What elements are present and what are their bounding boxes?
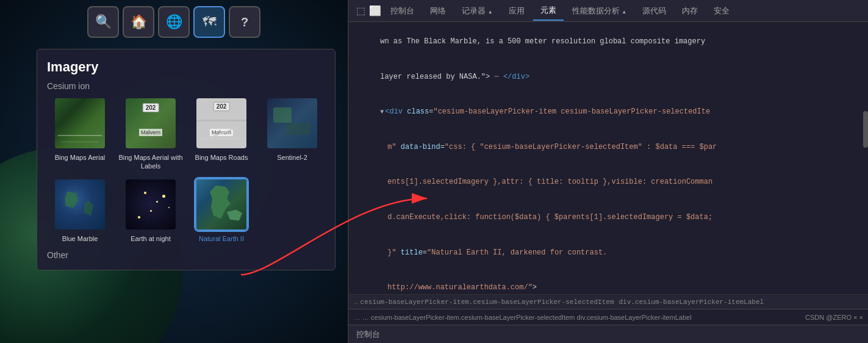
city-light-1 xyxy=(144,192,146,194)
sentinel-label: Sentinel-2 xyxy=(277,153,307,162)
tab-network[interactable]: 网络 xyxy=(423,2,453,20)
bing-aerial-bg xyxy=(55,98,105,148)
toolbar: 🔍 🏠 🌐 🗺 ? xyxy=(87,6,260,38)
device-toggle-button[interactable]: ⬜ xyxy=(368,4,382,18)
bing-roads-bg: 202 Malvern xyxy=(196,98,246,148)
console-tab-label[interactable]: 控制台 xyxy=(356,329,380,340)
tab-performance[interactable]: 性能数据分析 ▲ xyxy=(565,2,634,20)
imagery-thumb-natural-earth xyxy=(195,178,248,231)
devtools-code-area[interactable]: wn as The Black Marble, is a 500 meter r… xyxy=(349,22,868,294)
natural-earth-bg xyxy=(196,179,246,229)
search-button[interactable]: 🔍 xyxy=(87,6,119,38)
bing-aerial-labels-label: Bing Maps Aerial with Labels xyxy=(118,153,184,171)
blue-marble-label: Blue Marble xyxy=(62,234,98,243)
statusbar-path: … … cesium-baseLayerPicker-item.cesium-b… xyxy=(354,314,692,321)
breadcrumb-path[interactable]: cesium-baseLayerPicker-item.cesium-baseL… xyxy=(360,298,614,306)
help-icon: ? xyxy=(241,15,248,29)
city-light-6 xyxy=(168,207,170,208)
devtools-breadcrumb: … cesium-baseLayerPicker-item.cesium-bas… xyxy=(349,294,868,309)
code-line-2: layer released by NASA."> ⋯ </div> xyxy=(349,60,868,95)
tab-elements[interactable]: 元素 xyxy=(533,1,564,21)
devtools-panel: ⬚ ⬜ console 控制台 网络 记录器 ▲ 应用 元素 性能数据分析 ▲ … xyxy=(348,0,868,343)
city-light-4 xyxy=(150,210,152,212)
code-line-6: d.canExecute,click: function($data) { $p… xyxy=(349,200,868,236)
imagery-item-blue-marble[interactable]: Blue Marble xyxy=(47,178,113,243)
imagery-grid-row2: Blue Marble Earth at night xyxy=(47,178,325,243)
tab-sources[interactable]: 源代码 xyxy=(635,2,673,20)
other-section-title: Other xyxy=(47,250,325,260)
tab-memory[interactable]: 内存 xyxy=(675,2,705,20)
imagery-item-bing-aerial[interactable]: Bing Maps Aerial xyxy=(47,97,113,171)
globe-icon: 🌐 xyxy=(166,14,182,30)
map-icon: 🗺 xyxy=(203,14,216,30)
devtools-statusbar: … … cesium-baseLayerPicker-item.cesium-b… xyxy=(349,309,868,325)
map-202-roads-label: 202 xyxy=(213,102,230,111)
natural-earth-label: Natural Earth II xyxy=(199,234,244,243)
bing-aerial-labels-bg: 202 Malvern xyxy=(126,98,176,148)
city-light-3 xyxy=(162,195,165,198)
code-line-3: ▼<div class="cesium-baseLayerPicker-item… xyxy=(349,95,868,130)
city-light-2 xyxy=(156,201,158,203)
imagery-panel: Imagery Cesium ion Bing Maps Aerial 202 xyxy=(37,49,335,270)
earth-night-bg xyxy=(126,179,176,229)
help-button[interactable]: ? xyxy=(229,6,260,38)
breadcrumb-element[interactable]: div.cesium-baseLayerPicker-itemLabel xyxy=(619,298,764,306)
imagery-item-earth-night[interactable]: Earth at night xyxy=(118,178,184,243)
map-202-label: 202 xyxy=(143,103,159,112)
code-line-4: m" data-bind="css: { "cesium-baseLayerPi… xyxy=(349,130,868,165)
devtools-tabs: ⬚ ⬜ console 控制台 网络 记录器 ▲ 应用 元素 性能数据分析 ▲ … xyxy=(349,0,868,22)
code-line-5: ents[1].selectedImagery },attr: { title:… xyxy=(349,165,868,200)
home-icon: 🏠 xyxy=(131,14,147,30)
tab-console-label[interactable]: 控制台 xyxy=(383,2,421,20)
tab-recorder[interactable]: 记录器 ▲ xyxy=(454,2,500,20)
imagery-thumb-earth-night xyxy=(124,178,177,231)
earth-night-label: Earth at night xyxy=(131,234,170,243)
statusbar-class[interactable]: … cesium-baseLayerPicker-item.cesium-bas… xyxy=(362,314,692,321)
imagery-grid-row1: Bing Maps Aerial 202 Malvern Bing Maps A… xyxy=(47,97,325,171)
console-tab-bar: 控制台 xyxy=(349,325,868,343)
cesium-ion-label: Cesium ion xyxy=(47,81,325,91)
sentinel-bg xyxy=(267,98,317,148)
scrollbar-thumb[interactable] xyxy=(863,111,868,148)
home-button[interactable]: 🏠 xyxy=(123,6,154,38)
imagery-thumb-blue-marble xyxy=(54,178,106,231)
imagery-thumb-bing-roads: 202 Malvern xyxy=(195,97,248,150)
map-malvern-label: Malvern xyxy=(139,129,162,136)
inspect-element-button[interactable]: ⬚ xyxy=(354,4,367,18)
imagery-item-sentinel[interactable]: Sentinel-2 xyxy=(259,97,325,171)
imagery-thumb-bing-aerial-labels: 202 Malvern xyxy=(124,97,177,150)
tab-application[interactable]: 应用 xyxy=(501,2,532,20)
bing-roads-label: Bing Maps Roads xyxy=(195,153,248,162)
bing-aerial-label: Bing Maps Aerial xyxy=(55,153,106,162)
imagery-item-bing-aerial-labels[interactable]: 202 Malvern Bing Maps Aerial with Labels xyxy=(118,97,184,171)
map-button[interactable]: 🗺 xyxy=(193,6,225,38)
search-icon: 🔍 xyxy=(95,14,112,30)
imagery-thumb-sentinel xyxy=(266,97,318,150)
globe-button[interactable]: 🌐 xyxy=(158,6,190,38)
blue-marble-bg xyxy=(55,179,105,229)
code-line-8: http://www.naturalearthdata.com/"> xyxy=(349,270,868,294)
imagery-item-bing-roads[interactable]: 202 Malvern Bing Maps Roads xyxy=(188,97,254,171)
imagery-title: Imagery xyxy=(47,59,325,75)
city-light-5 xyxy=(138,216,140,218)
left-panel: 🔍 🏠 🌐 🗺 ? Imagery Cesium ion xyxy=(0,0,348,343)
code-line-7: }" title="Natural Earth II, darkened for… xyxy=(349,235,868,270)
breadcrumb-ellipsis: … xyxy=(354,298,358,306)
imagery-thumb-bing-aerial xyxy=(54,97,106,150)
code-line-1: wn as The Black Marble, is a 500 meter r… xyxy=(349,24,868,60)
tab-security[interactable]: 安全 xyxy=(706,2,737,20)
imagery-item-natural-earth[interactable]: Natural Earth II xyxy=(188,178,254,243)
statusbar-right: CSDN @ZERO × × xyxy=(805,314,863,321)
